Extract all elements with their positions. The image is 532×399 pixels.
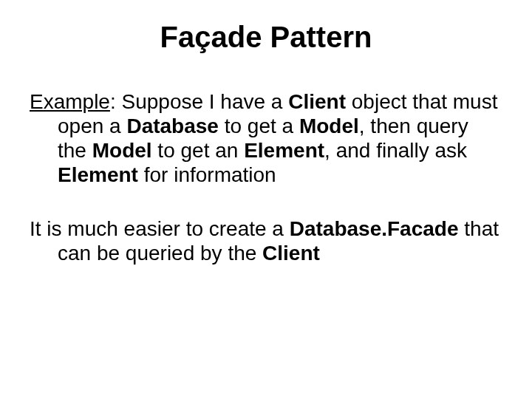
- term-model-2: Model: [92, 139, 152, 162]
- term-model: Model: [299, 115, 359, 137]
- term-client: Client: [288, 90, 346, 113]
- term-client: Client: [262, 242, 320, 265]
- slide-title: Façade Pattern: [30, 21, 502, 54]
- term-element: Element: [244, 139, 324, 162]
- text: It is much easier to create a: [30, 217, 290, 240]
- text: to get an: [152, 139, 245, 162]
- example-label: Example: [30, 90, 110, 113]
- explanation-paragraph: It is much easier to create a Database.F…: [30, 216, 502, 265]
- slide: Façade Pattern Example: Suppose I have a…: [0, 0, 532, 399]
- term-element-2: Element: [58, 163, 138, 186]
- term-database: Database: [126, 115, 219, 137]
- example-paragraph: Example: Suppose I have a Client object …: [30, 89, 502, 187]
- term-database-facade: Database.Facade: [290, 217, 459, 240]
- text: , and finally ask: [324, 139, 467, 162]
- text: : Suppose I have a: [110, 90, 288, 113]
- text: to get a: [219, 115, 299, 137]
- text: for information: [138, 163, 276, 186]
